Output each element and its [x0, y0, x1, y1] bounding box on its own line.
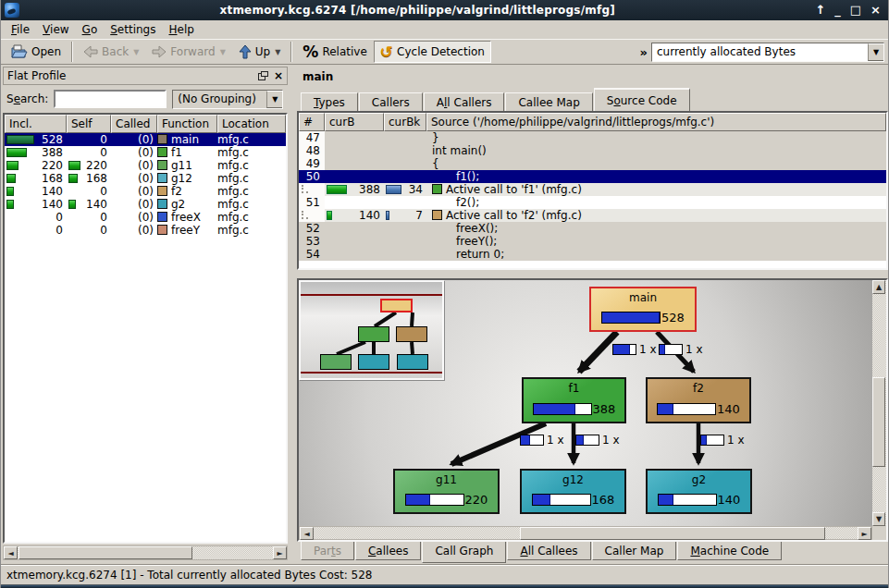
relative-toggle-button[interactable]: % Relative [296, 41, 373, 63]
tab-caller-map[interactable]: Caller Map [592, 542, 677, 560]
active-call-row[interactable]: 1407Active call to 'f2' (mfg.c) [299, 209, 886, 222]
scrollbar-thumb[interactable] [520, 527, 825, 540]
back-button[interactable]: Back ▼ [77, 41, 145, 63]
column-header-self[interactable]: Self [67, 115, 111, 133]
column-header-called[interactable]: Called [111, 115, 157, 133]
source-column-header[interactable]: Source ('/home/philippe/valgrind/littlep… [426, 113, 886, 131]
forward-dropdown-arrow[interactable]: ▼ [220, 48, 226, 56]
forward-button[interactable]: Forward ▼ [145, 41, 231, 63]
chevron-down-icon[interactable]: ▼ [868, 43, 883, 61]
source-column-header[interactable]: # [299, 113, 325, 131]
tab-call-graph[interactable]: Call Graph [422, 542, 506, 563]
back-dropdown-arrow[interactable]: ▼ [133, 48, 139, 56]
toolbar-overflow-chevron[interactable]: » [640, 45, 648, 59]
source-line-48[interactable]: 48int main() [299, 144, 886, 157]
graph-vscrollbar[interactable]: ▲ ▼ [872, 280, 886, 526]
tab-all-callers[interactable]: All Callers [424, 92, 505, 111]
forward-arrow-icon [152, 45, 167, 58]
minimize-button[interactable]: _ [834, 4, 841, 17]
node-cost-bar [657, 403, 716, 415]
scroll-right-icon[interactable]: ► [858, 527, 871, 540]
column-header-incl[interactable]: Incl. [5, 115, 67, 133]
source-line-52[interactable]: 52freeX(); [299, 222, 886, 235]
self-value: 0 [100, 211, 107, 224]
up-dropdown-arrow[interactable]: ▼ [275, 48, 280, 56]
chevron-down-icon[interactable]: ▼ [266, 91, 282, 108]
close-dock-icon[interactable]: × [274, 69, 283, 82]
tab-parts[interactable]: Parts [301, 542, 354, 560]
tab-all-callees[interactable]: All Callees [507, 542, 590, 560]
source-column-header[interactable]: curBk [384, 113, 426, 131]
toolbar-separator [290, 42, 292, 62]
node-cost-bar [658, 494, 717, 506]
scroll-left-icon[interactable]: ◄ [4, 546, 18, 559]
tab-types[interactable]: Types [301, 92, 358, 111]
node-label: main [591, 291, 695, 304]
scroll-right-icon[interactable]: ► [273, 546, 287, 559]
horizontal-splitter[interactable] [297, 270, 888, 278]
close-button[interactable]: × [870, 4, 881, 17]
source-line-53[interactable]: 53freeY(); [299, 235, 886, 248]
dock-titlebar[interactable]: Flat Profile × [3, 67, 288, 85]
function-row-f1[interactable]: 3880(0)f1mfg.c [5, 146, 286, 159]
called-value: (0) [111, 172, 157, 185]
event-type-combobox[interactable]: currently allocated Bytes ▼ [651, 43, 884, 62]
tab-source-code[interactable]: Source Code [594, 88, 690, 111]
menu-settings[interactable]: Settings [104, 21, 162, 38]
source-line-51[interactable]: 51f2(); [299, 196, 886, 209]
source-column-header[interactable]: curB [325, 113, 384, 131]
function-row-g11[interactable]: 220220(0)g11mfg.c [5, 159, 286, 172]
scroll-left-icon[interactable]: ◄ [300, 527, 314, 540]
maximize-button[interactable]: □ [850, 4, 861, 17]
search-input[interactable] [54, 90, 167, 108]
source-line-47[interactable]: 47} [299, 131, 886, 144]
float-dock-icon[interactable] [258, 71, 268, 80]
graph-node-f2[interactable]: f2140 [646, 377, 751, 423]
up-button[interactable]: Up ▼ [232, 41, 288, 63]
graph-overview-minimap[interactable] [299, 280, 444, 380]
menu-view[interactable]: View [36, 21, 75, 38]
scroll-up-icon[interactable]: ▲ [872, 280, 885, 294]
source-line-49[interactable]: 49{ [299, 157, 886, 170]
active-call-row[interactable]: 38834Active call to 'f1' (mfg.c) [299, 183, 886, 196]
function-row-freeY[interactable]: 00(0)freeYmfg.c [5, 224, 286, 237]
column-header-function[interactable]: Function [157, 115, 217, 133]
column-header-location[interactable]: Location [217, 115, 286, 133]
back-arrow-icon [83, 45, 98, 58]
function-row-main[interactable]: 5280(0)mainmfg.c [5, 133, 286, 146]
menu-go[interactable]: Go [76, 21, 105, 38]
open-button[interactable]: Open [5, 41, 68, 63]
menu-file[interactable]: File [5, 21, 36, 38]
vertical-splitter[interactable] [290, 65, 297, 564]
curb-bar [327, 211, 332, 220]
tab-callees[interactable]: Callees [355, 542, 421, 560]
function-row-f2[interactable]: 1400(0)f2mfg.c [5, 185, 286, 198]
graph-node-g11[interactable]: g11220 [393, 469, 500, 514]
tab-machine-code[interactable]: Machine Code [677, 542, 782, 560]
source-line-54[interactable]: 54return 0; [299, 248, 886, 261]
shade-button[interactable]: ↑ [815, 4, 825, 17]
incl-cost-bar [6, 200, 14, 209]
graph-hscrollbar[interactable]: ◄ ► [299, 526, 872, 540]
cycle-detection-button[interactable]: ↺ Cycle Detection [374, 41, 491, 63]
scrollbar-thumb[interactable] [19, 546, 192, 559]
scroll-down-icon[interactable]: ▼ [872, 512, 885, 526]
detail-panel: main TypesCallersAll CallersCallee MapSo… [297, 65, 888, 564]
graph-node-main[interactable]: main528 [589, 287, 697, 332]
scrollbar-thumb[interactable] [872, 377, 885, 467]
node-cost-bar [405, 494, 464, 506]
graph-node-g2[interactable]: g2140 [646, 469, 752, 514]
source-line-50[interactable]: 50f1(); [299, 170, 886, 183]
graph-node-f1[interactable]: f1388 [522, 377, 626, 423]
grouping-combobox[interactable]: (No Grouping) ▼ [172, 90, 283, 109]
menu-help[interactable]: Help [162, 21, 200, 38]
titlebar[interactable]: xtmemory.kcg.6274 [/home/philippe/valgri… [1, 0, 888, 20]
tab-callee-map[interactable]: Callee Map [505, 92, 592, 111]
tab-callers[interactable]: Callers [359, 92, 423, 111]
graph-node-g12[interactable]: g12168 [520, 469, 626, 514]
function-row-g2[interactable]: 140140(0)g2mfg.c [5, 198, 286, 211]
function-row-g12[interactable]: 168168(0)g12mfg.c [5, 172, 286, 185]
flat-profile-hscrollbar[interactable]: ◄ ► [3, 545, 288, 560]
function-row-freeX[interactable]: 00(0)freeXmfg.c [5, 211, 286, 224]
call-graph-canvas[interactable]: main528f1388f2140g11220g12168g21401 x1 x… [299, 280, 872, 526]
